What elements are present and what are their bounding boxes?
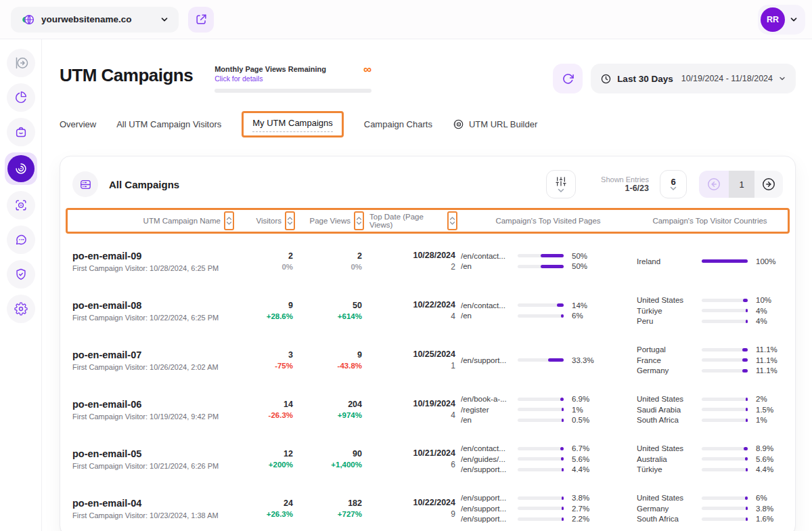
- sort-button-top-date[interactable]: [447, 211, 457, 230]
- sort-button-visitors[interactable]: [285, 211, 295, 230]
- stat-bar: [702, 358, 748, 362]
- date-range-picker[interactable]: Last 30 Days 10/19/2024 - 11/18/2024: [591, 64, 796, 93]
- column-header-page-views: Page Views: [309, 217, 351, 225]
- table-row[interactable]: po-en-email-04 First Campaign Visitor: 1…: [64, 484, 791, 531]
- top-date-value: 10/22/2024: [367, 300, 455, 310]
- sort-icon: [226, 216, 232, 226]
- sidebar-item-products[interactable]: [7, 118, 35, 146]
- tab-overview[interactable]: Overview: [60, 119, 96, 129]
- visitors-value: 12: [238, 449, 293, 459]
- country-stat: Ireland100%: [637, 257, 783, 266]
- first-visitor: First Campaign Visitor: 10/23/2024, 1:38…: [72, 511, 232, 519]
- sort-icon: [356, 216, 362, 226]
- website-globe-icon: [20, 12, 35, 27]
- shown-entries-value: 1-6/23: [591, 184, 649, 193]
- country-stat: Türkiye4.4%: [637, 465, 783, 473]
- first-visitor: First Campaign Visitor: 10/21/2024, 6:26…: [72, 462, 232, 470]
- date-range-value: 10/19/2024 - 11/18/2024: [681, 74, 773, 83]
- country-stat: Türkiye4%: [637, 307, 783, 315]
- sort-button-page-views[interactable]: [354, 211, 364, 230]
- page-stat: /en/contact...50%: [461, 252, 631, 260]
- sidebar-item-dashboard[interactable]: [7, 83, 35, 112]
- visitors-value: 2: [238, 251, 293, 261]
- refresh-button[interactable]: [553, 64, 583, 93]
- prev-page-button[interactable]: [699, 171, 729, 198]
- top-countries: Portugal11.1% France11.1% Germany11.1%: [637, 343, 783, 377]
- stat-bar: [702, 320, 748, 323]
- chevron-down-icon: [160, 15, 169, 24]
- shield-check-icon: [14, 268, 28, 281]
- arrow-left-circle-icon: [706, 177, 721, 192]
- main-content: UTM Campaigns Monthly Page Views Remaini…: [42, 39, 812, 531]
- country-stat: Germany11.1%: [637, 366, 783, 375]
- sidebar-item-privacy[interactable]: [7, 260, 35, 289]
- top-date-views: 2: [367, 262, 455, 272]
- sliders-icon: [556, 176, 566, 187]
- visitors-value: 3: [238, 350, 293, 360]
- sidebar-item-settings[interactable]: [7, 295, 35, 323]
- sort-icon: [287, 216, 293, 226]
- page-stat: /en/contact...14%: [461, 301, 631, 310]
- stat-bar: [702, 309, 748, 312]
- filter-button[interactable]: [546, 170, 576, 198]
- stat-bar: [518, 303, 564, 307]
- campaign-name: po-en-email-05: [72, 448, 232, 459]
- tab-my-utm-campaigns[interactable]: My UTM Campaigns: [252, 118, 332, 132]
- table-row[interactable]: po-en-email-08 First Campaign Visitor: 1…: [64, 286, 791, 335]
- website-selector[interactable]: yourwebsitename.co: [11, 7, 179, 33]
- page-views-value: 204: [298, 400, 362, 409]
- table-row[interactable]: po-en-email-09 First Campaign Visitor: 1…: [64, 236, 791, 286]
- stat-bar: [518, 517, 564, 521]
- collapse-sidebar-button[interactable]: [7, 49, 35, 77]
- sidebar: [0, 39, 42, 531]
- table-row[interactable]: po-en-email-05 First Campaign Visitor: 1…: [64, 434, 791, 484]
- stat-bar: [518, 468, 564, 471]
- infinity-value: ∞: [363, 65, 371, 75]
- top-pages: /en/book-a-...6.9% /register1% /en0.5%: [461, 393, 631, 427]
- tab-utm-url-builder[interactable]: UTM URL Builder: [453, 119, 537, 130]
- table-row[interactable]: po-en-email-07 First Campaign Visitor: 1…: [64, 335, 791, 385]
- page-stat: /en50%: [461, 262, 631, 270]
- campaign-name: po-en-email-04: [72, 498, 232, 509]
- top-date-views: 6: [367, 460, 455, 469]
- tab-campaign-charts[interactable]: Campaign Charts: [364, 119, 432, 129]
- country-stat: South Africa1.6%: [637, 515, 783, 523]
- table-row[interactable]: po-en-email-06 First Campaign Visitor: 1…: [64, 385, 791, 434]
- stat-bar: [518, 496, 564, 500]
- user-menu[interactable]: RR: [758, 5, 805, 35]
- first-visitor: First Campaign Visitor: 10/22/2024, 6:25…: [72, 314, 232, 322]
- visitors-value: 14: [238, 400, 293, 409]
- stat-bar: [518, 254, 564, 257]
- shown-entries-label: Shown Entries: [591, 175, 649, 184]
- page-stat: /en/support...2.7%: [461, 505, 631, 513]
- page-size-select[interactable]: 6: [660, 170, 687, 198]
- country-stat: Australia5.6%: [637, 455, 783, 463]
- page-stat: /en/support...3.8%: [461, 494, 631, 502]
- stat-bar: [518, 447, 564, 450]
- sidebar-item-utm-campaigns[interactable]: [5, 152, 37, 185]
- sort-button-name[interactable]: [224, 211, 234, 230]
- next-page-button[interactable]: [754, 171, 783, 198]
- top-pages: /en/contact...14% /en6%: [461, 299, 631, 322]
- quota-details-link[interactable]: Click for details: [215, 75, 326, 83]
- sidebar-item-feedback[interactable]: [7, 226, 35, 254]
- stat-bar: [518, 408, 564, 411]
- stat-bar: [518, 507, 564, 510]
- country-stat: Peru4%: [637, 317, 783, 325]
- annotation-highlight-active-tab: My UTM Campaigns: [242, 111, 343, 137]
- quota-widget: Monthly Page Views Remaining Click for d…: [215, 65, 371, 93]
- top-date-views: 4: [367, 410, 455, 420]
- chevron-down-icon: [789, 15, 798, 24]
- external-link-icon: [195, 13, 208, 26]
- current-page[interactable]: 1: [729, 171, 754, 198]
- top-pages: /en/contact...50% /en50%: [461, 249, 631, 273]
- sidebar-item-goals[interactable]: [7, 191, 35, 219]
- stat-bar: [518, 419, 564, 422]
- top-countries: Ireland100%: [637, 255, 783, 268]
- stat-bar: [518, 398, 564, 401]
- tab-all-utm-campaign-visitors[interactable]: All UTM Campaign Visitors: [116, 119, 221, 129]
- campaign-name: po-en-email-08: [72, 300, 232, 311]
- visitors-value: 24: [238, 498, 293, 508]
- column-header-top-date: Top Date (Page Views): [369, 213, 444, 229]
- open-website-button[interactable]: [188, 7, 214, 33]
